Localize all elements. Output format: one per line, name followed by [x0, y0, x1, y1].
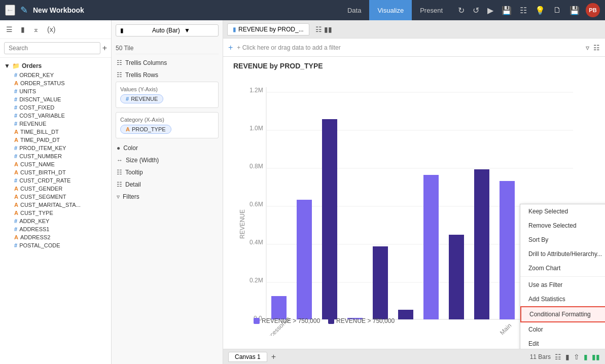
- field-type-icon: #: [14, 177, 17, 184]
- field-CUST_GENDER[interactable]: ACUST_GENDER: [4, 185, 107, 193]
- canvas-tab[interactable]: Canvas 1: [228, 352, 267, 362]
- viz-tab-label: REVENUE by PROD_...: [238, 26, 304, 33]
- nav-present[interactable]: Present: [412, 0, 451, 20]
- trellis-rows-label: Trellis Rows: [125, 71, 158, 79]
- workbook-title: New Workbook: [33, 6, 334, 14]
- filter-icon[interactable]: ▿: [586, 44, 589, 52]
- field-TIME_BILL_DT[interactable]: ATIME_BILL_DT: [4, 128, 107, 136]
- field-CUST_TYPE[interactable]: ACUST_TYPE: [4, 209, 107, 217]
- detail-item[interactable]: ☷ Detail: [116, 179, 219, 190]
- chart-area: REVENUE by PROD_TYPE 0.0 0.2M 0.4M 0.6M …: [223, 57, 605, 349]
- bottom-chart-button[interactable]: ▮: [565, 353, 570, 361]
- field-CUST_NAME[interactable]: ACUST_NAME: [4, 160, 107, 168]
- undo-button[interactable]: ↻: [456, 4, 467, 17]
- filter-bar-text[interactable]: + Click here or drag data to add a filte…: [237, 44, 582, 51]
- bottom-grid-button[interactable]: ☷: [555, 353, 561, 361]
- viz-column-button[interactable]: ▮▮: [324, 25, 332, 33]
- color-item[interactable]: ● Color: [116, 142, 219, 154]
- bar-10[interactable]: [500, 181, 515, 319]
- back-button[interactable]: ←: [5, 5, 15, 16]
- size-icon: ↔: [117, 157, 123, 164]
- field-POSTAL_CODE[interactable]: #POSTAL_CODE: [4, 241, 107, 249]
- field-ORDER_STATUS[interactable]: AORDER_STATUS: [4, 79, 107, 87]
- sidebar-icon-trend[interactable]: ⌅: [31, 24, 41, 34]
- share-button[interactable]: 💾: [567, 4, 582, 17]
- field-CUST_BIRTH_DT[interactable]: ACUST_BIRTH_DT: [4, 168, 107, 176]
- nav-data[interactable]: Data: [339, 0, 369, 20]
- trellis-rows-item[interactable]: ☷ Trellis Rows: [116, 69, 219, 81]
- menu-keep-selected[interactable]: Keep Selected: [520, 204, 605, 219]
- revenue-pill[interactable]: # REVENUE: [120, 94, 163, 103]
- field-ADDR_KEY[interactable]: #ADDR_KEY: [4, 217, 107, 225]
- filters-item[interactable]: ▿ Filters: [116, 191, 219, 202]
- chart-type-label: Auto (Bar): [152, 27, 182, 34]
- bar-3[interactable]: [322, 119, 337, 319]
- field-type-icon: A: [14, 129, 18, 135]
- search-input[interactable]: [4, 42, 100, 54]
- menu-drill[interactable]: Drill to Attribute/Hierarchy...: [520, 247, 605, 261]
- export-button[interactable]: 🗋: [551, 4, 563, 17]
- field-CUST_CRDT_RATE[interactable]: #CUST_CRDT_RATE: [4, 176, 107, 185]
- bar-8[interactable]: [449, 235, 464, 319]
- field-DISCNT_VALUE[interactable]: #DISCNT_VALUE: [4, 95, 107, 103]
- bar-6[interactable]: [398, 310, 413, 319]
- save-button[interactable]: 💾: [500, 4, 514, 17]
- redo-button[interactable]: ↺: [471, 4, 481, 17]
- prodtype-pill[interactable]: A PROD_TYPE: [120, 125, 171, 134]
- field-type-icon: #: [14, 72, 17, 78]
- field-COST_VARIABLE[interactable]: #COST_VARIABLE: [4, 112, 107, 120]
- menu-zoom[interactable]: Zoom Chart: [520, 261, 605, 275]
- field-CUST_MARITAL_STA[interactable]: ACUST_MARITAL_STA...: [4, 201, 107, 209]
- tooltip-item[interactable]: ☷ Tooltip: [116, 167, 219, 178]
- field-CUST_NUMBER[interactable]: #CUST_NUMBER: [4, 152, 107, 160]
- tile-row[interactable]: 50 Tile: [116, 43, 219, 54]
- bottom-green2-button[interactable]: ▮▮: [592, 353, 600, 361]
- viz-tab[interactable]: ▮ REVENUE by PROD_...: [227, 23, 309, 35]
- play-button[interactable]: ▶: [485, 4, 495, 17]
- field-ADDRESS1[interactable]: #ADDRESS1: [4, 225, 107, 233]
- lightbulb-button[interactable]: 💡: [533, 4, 547, 17]
- nav-visualize[interactable]: Visualize: [369, 0, 412, 20]
- legend-label-2: REVENUE > 750,000: [336, 317, 395, 324]
- legend: REVENUE > 750,000 REVENUE > 750,000: [254, 317, 395, 324]
- search-add-button[interactable]: +: [102, 44, 107, 53]
- revenue-pill-label: REVENUE: [131, 96, 158, 102]
- field-REVENUE[interactable]: #REVENUE: [4, 120, 107, 128]
- bar-5[interactable]: [373, 246, 388, 319]
- bar-1[interactable]: [271, 296, 287, 319]
- field-ORDER_KEY[interactable]: #ORDER_KEY: [4, 71, 107, 79]
- bottom-green1-button[interactable]: ▮: [584, 353, 588, 361]
- sidebar-icon-formula[interactable]: (x): [45, 24, 57, 34]
- svg-text:Main: Main: [499, 322, 513, 336]
- canvas-add-button[interactable]: +: [271, 352, 276, 361]
- sidebar-icon-bar[interactable]: ▮: [19, 24, 27, 34]
- field-UNITS[interactable]: #UNITS: [4, 87, 107, 95]
- bar-7[interactable]: [423, 175, 439, 319]
- bar-2[interactable]: [297, 200, 312, 319]
- menu-add-statistics[interactable]: Add Statistics ►: [520, 292, 605, 306]
- grid-button[interactable]: ☷: [518, 4, 529, 17]
- field-CUST_SEGMENT[interactable]: ACUST_SEGMENT: [4, 193, 107, 201]
- field-PROD_ITEM_KEY[interactable]: #PROD_ITEM_KEY: [4, 144, 107, 152]
- avatar[interactable]: PB: [586, 3, 600, 17]
- field-group-header[interactable]: ▼ 📁 Orders: [4, 61, 107, 71]
- menu-color[interactable]: Color ►: [520, 322, 605, 337]
- viz-grid-button[interactable]: ☷: [315, 25, 322, 33]
- bar-9[interactable]: [474, 169, 489, 319]
- field-ADDRESS2[interactable]: AADDRESS2: [4, 233, 107, 241]
- menu-use-as-filter[interactable]: Use as Filter: [520, 278, 605, 292]
- field-TIME_PAID_DT[interactable]: ATIME_PAID_DT: [4, 136, 107, 144]
- menu-conditional-formatting[interactable]: Conditional Formatting ►: [520, 306, 605, 322]
- menu-remove-selected[interactable]: Remove Selected: [520, 219, 605, 233]
- chart-type-selector[interactable]: ▮ Auto (Bar) ▼: [116, 24, 219, 37]
- bottom-export-button[interactable]: ⇧: [574, 353, 580, 361]
- menu-sort-by[interactable]: Sort By ►: [520, 233, 605, 247]
- separator-1: [520, 276, 605, 277]
- filter-settings-icon[interactable]: ☷: [593, 44, 600, 52]
- field-COST_FIXED[interactable]: #COST_FIXED: [4, 103, 107, 112]
- sidebar-icon-layers[interactable]: ☰: [4, 24, 15, 34]
- trellis-columns-item[interactable]: ☷ Trellis Columns: [116, 57, 219, 68]
- size-item[interactable]: ↔ Size (Width): [116, 155, 219, 166]
- color-icon: ●: [117, 144, 120, 152]
- menu-edit[interactable]: Edit ►: [520, 337, 605, 349]
